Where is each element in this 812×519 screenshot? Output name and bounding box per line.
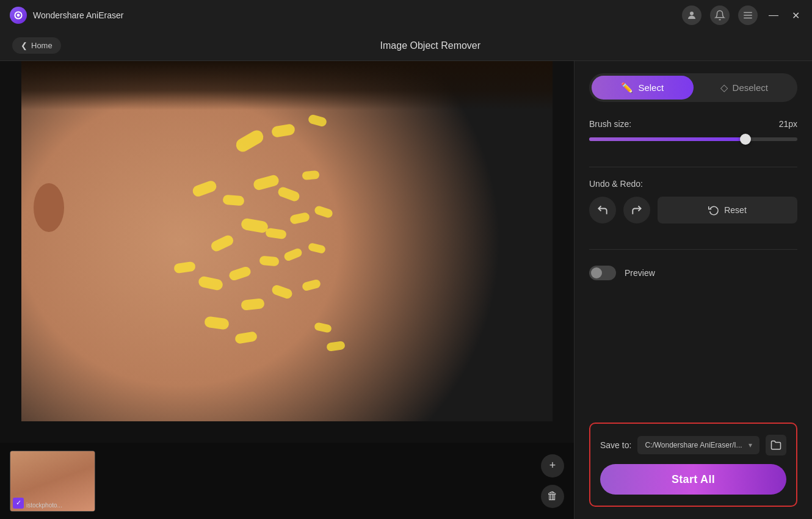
- start-all-button[interactable]: Start All: [600, 464, 786, 495]
- slider-fill: [589, 137, 745, 141]
- divider-2: [589, 249, 797, 250]
- save-row: Save to: C:/Wondershare AniEraser/I... ▾: [600, 435, 786, 455]
- home-button[interactable]: ❮ Home: [12, 37, 61, 54]
- brush-mark: [259, 256, 279, 267]
- undo-redo-label: Undo & Redo:: [589, 179, 643, 189]
- plus-icon: +: [549, 459, 556, 472]
- deselect-button[interactable]: ◇ Deselect: [694, 76, 796, 100]
- undo-button[interactable]: [589, 197, 616, 223]
- brush-size-value: 21px: [779, 119, 797, 129]
- reset-button[interactable]: Reset: [658, 197, 797, 223]
- thumbnail-strip: ✓ istockphoto... + 🗑: [0, 443, 574, 519]
- slider-thumb[interactable]: [740, 134, 751, 145]
- select-pencil-icon: ✏️: [621, 82, 633, 93]
- preview-toggle[interactable]: [589, 266, 616, 280]
- brush-size-label: Brush size:: [589, 119, 631, 129]
- add-file-button[interactable]: +: [541, 454, 564, 477]
- main-content: ✓ istockphoto... + 🗑 ✏️ Select: [0, 61, 812, 519]
- right-panel: ✏️ Select ◇ Deselect Brush size: 21px Un…: [574, 61, 812, 519]
- close-button[interactable]: ✕: [789, 7, 802, 24]
- thumbnail-item[interactable]: ✓ istockphoto...: [10, 451, 95, 512]
- menu-icon[interactable]: [738, 5, 758, 25]
- browse-folder-button[interactable]: [766, 435, 786, 455]
- undo-redo-section: Undo & Redo: Reset: [589, 178, 797, 223]
- toggle-knob: [591, 267, 602, 278]
- canvas-area: ✓ istockphoto... + 🗑: [0, 61, 574, 519]
- home-label: Home: [31, 41, 53, 50]
- face-image[interactable]: [21, 61, 553, 421]
- save-path-selector[interactable]: C:/Wondershare AniEraser/I... ▾: [637, 436, 759, 454]
- deselect-label: Deselect: [733, 82, 768, 93]
- divider-1: [589, 167, 797, 167]
- check-icon: ✓: [16, 499, 21, 507]
- reset-label: Reset: [724, 205, 747, 215]
- thumbnail-filename: istockphoto...: [26, 502, 62, 509]
- app-logo: [10, 7, 27, 24]
- brush-size-section: Brush size: 21px: [589, 119, 797, 141]
- redo-button[interactable]: [623, 197, 650, 223]
- select-deselect-toggle: ✏️ Select ◇ Deselect: [589, 73, 797, 102]
- notification-icon[interactable]: [710, 5, 730, 25]
- page-title: Image Object Remover: [61, 40, 800, 51]
- save-to-label: Save to:: [600, 440, 631, 450]
- undo-redo-controls: Reset: [589, 197, 797, 223]
- app-title: Wondershare AniEraser: [33, 10, 123, 20]
- thumbnail-checkbox[interactable]: ✓: [13, 498, 24, 509]
- user-avatar-icon[interactable]: [682, 5, 701, 25]
- svg-point-1: [17, 14, 20, 17]
- subheader: ❮ Home Image Object Remover: [0, 31, 812, 61]
- deselect-eraser-icon: ◇: [720, 82, 728, 93]
- select-button[interactable]: ✏️ Select: [592, 76, 694, 100]
- preview-section: Preview: [589, 266, 797, 280]
- save-area: Save to: C:/Wondershare AniEraser/I... ▾…: [589, 423, 797, 507]
- brush-mark: [222, 195, 244, 206]
- chevron-down-icon: ▾: [749, 441, 752, 449]
- home-chevron-icon: ❮: [21, 41, 27, 50]
- select-label: Select: [638, 82, 664, 93]
- titlebar-controls: — ✕: [682, 5, 802, 25]
- delete-file-button[interactable]: 🗑: [541, 485, 564, 508]
- brush-size-slider[interactable]: [589, 137, 797, 141]
- image-container[interactable]: [0, 61, 574, 443]
- trash-icon: 🗑: [547, 490, 558, 503]
- brush-size-header: Brush size: 21px: [589, 119, 797, 129]
- titlebar: Wondershare AniEraser — ✕: [0, 0, 812, 31]
- strip-controls: + 🗑: [541, 454, 564, 508]
- preview-label: Preview: [625, 268, 655, 278]
- save-path-text: C:/Wondershare AniEraser/I...: [645, 441, 742, 449]
- minimize-button[interactable]: —: [766, 7, 781, 23]
- svg-point-2: [690, 12, 694, 15]
